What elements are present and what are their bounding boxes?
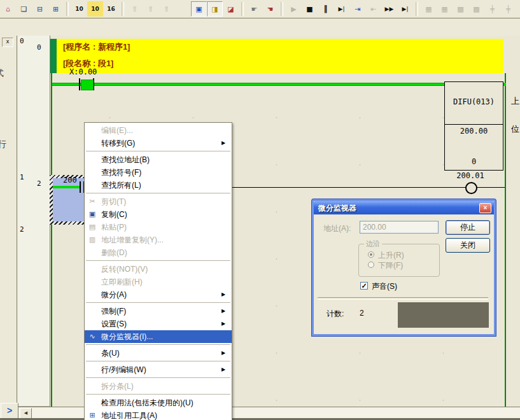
menu-separator (86, 361, 230, 361)
instruction-operand: 200.00 (445, 127, 503, 136)
toolbar-separator (281, 2, 283, 16)
menu-separator (86, 344, 230, 345)
step-out-icon: ⇤ (365, 1, 381, 17)
selected-contact-label: 200 (63, 176, 77, 185)
stop-icon[interactable]: ■ (302, 1, 318, 17)
close-button[interactable]: 关闭 (446, 238, 490, 253)
menu-item-label: 反转(NOT)(V) (100, 263, 221, 276)
menu-item-label: 强制(F) (100, 305, 221, 318)
menu-item-check-usage[interactable]: 检查用法(包括未使用的)(U) (85, 396, 232, 409)
menu-item-find-bit-address[interactable]: 查找位地址(B) (85, 153, 232, 166)
count-indicator-box (398, 302, 489, 328)
stop-icon-glyph: ■ (306, 6, 313, 13)
menu-item-edit: 编辑(E)... (85, 124, 232, 137)
program-comment-banner[interactable]: [程序名 : 新程序1] [段名称 : 段1] (57, 39, 503, 73)
cx-programmer-window: 卌▤≣SMACI➤⊣⊢⊣⁄⊢⊣↑⊢⊣↓⊢|—○⊘⊟⊞◫⌐×ϟ◆▦✎⊠⊡⊟≡HH▣… (0, 0, 520, 420)
falling-radio-button (368, 262, 374, 268)
menu-item-go-to[interactable]: 转移到(G)▶ (85, 137, 232, 150)
pause-monitoring-icon[interactable]: ◨ (207, 1, 223, 17)
menu-separator (86, 302, 230, 303)
styles-icon[interactable]: ⌂ (0, 1, 16, 17)
menu-item-label: 剪切(T) (100, 195, 221, 208)
page-setup-icon[interactable]: ❏ (16, 1, 32, 17)
menu-item-split-rung: 拆分条(L) (85, 380, 232, 393)
submenu-arrow-icon: ▶ (221, 363, 232, 376)
monitor-signed-decimal-icon[interactable]: 10 (87, 1, 103, 17)
menu-item-copy[interactable]: ▣复制(C) (85, 208, 232, 221)
force-release-hand-icon[interactable]: ☚ (262, 1, 278, 17)
differential-tool-icon-2: ╪ (500, 1, 516, 17)
panel-close-button[interactable]: x (2, 38, 13, 47)
force-set-hand-icon-glyph: ☛ (251, 6, 258, 13)
network-tool-icon-4: ▩ (468, 1, 484, 17)
menu-item-label: 转移到(G) (100, 137, 221, 150)
menu-item-address-reference-tool[interactable]: ⊞地址引用工具(A) (85, 409, 232, 420)
stop-button[interactable]: 停止 (446, 220, 490, 235)
menu-item-label: 查找位地址(B) (100, 153, 221, 166)
toolbar-row-2: ⌂❏⊟⊞101016⇧⇧⇧▣◨◪☛☚▶■‖▶|⇥⇤▶▶▶|▦▦▩▩╪╪╪╪╪ (0, 0, 520, 18)
step-into-icon[interactable]: ⇥ (349, 1, 365, 17)
step-run-icon[interactable]: ▶| (334, 1, 349, 17)
scan-run-icon[interactable]: ▶| (397, 1, 413, 17)
pause-icon[interactable]: ‖ (318, 1, 334, 17)
submenu-arrow-icon: ▶ (221, 288, 232, 301)
menu-separator (86, 151, 230, 151)
scroll-left-button[interactable]: ◀ (20, 408, 32, 419)
contact-bar (80, 181, 81, 193)
count-label: 计数: (327, 309, 344, 319)
menu-item-find-all[interactable]: 查找所有(L) (85, 179, 232, 192)
rung-comment-fragment: 上 (511, 95, 519, 107)
menu-item-label: 设置(S) (100, 318, 221, 330)
instruction-extra-value: 0 (445, 157, 503, 166)
menu-item-label: 微分监视器(I)... (100, 330, 221, 343)
menu-item-force[interactable]: 强制(F)▶ (85, 305, 232, 318)
rising-radio-label: 上升(R) (378, 250, 404, 261)
force-set-hand-icon[interactable]: ☛ (246, 1, 262, 17)
monitor-decimal-icon[interactable]: 10 (71, 1, 87, 17)
dialog-separator (318, 297, 488, 300)
menu-item-row-column-edit[interactable]: 行/列编辑(W)▶ (85, 363, 232, 376)
left-power-rail (51, 73, 52, 407)
network-tool-icon-1: ▦ (421, 1, 437, 17)
output-window-icon[interactable]: ⊟ (32, 1, 48, 17)
edge-group-box: 边沿 上升(R) 下降(F) (358, 244, 440, 277)
rung-number: 0 (20, 37, 24, 45)
force-cancel-all-icon-glyph: ⇧ (164, 6, 169, 13)
continuous-step-icon-glyph: ▶▶ (385, 6, 394, 12)
menu-item-delete: 删除(D) (85, 246, 232, 259)
rung1-power-flow-line (53, 186, 80, 188)
menu-item-differentiate[interactable]: 微分(A)▶ (85, 288, 232, 301)
step-run-icon-glyph: ▶| (339, 6, 345, 12)
styles-icon-glyph: ⌂ (6, 6, 10, 13)
toolbar-separator (122, 2, 124, 16)
contact-x000[interactable] (81, 80, 94, 90)
monitor-mode-icon[interactable]: ▣ (191, 1, 207, 17)
menu-item-rung[interactable]: 条(U)▶ (85, 347, 232, 360)
rung-number-cell[interactable]: 1 2 (18, 172, 50, 225)
menu-item-differential-monitor[interactable]: ∿微分监视器(I)... (85, 330, 232, 343)
menu-item-label: 微分(A) (100, 288, 221, 301)
dialog-close-icon[interactable]: × (479, 203, 491, 213)
stop-monitoring-icon-glyph: ◪ (227, 6, 234, 13)
monitor-hex-icon-glyph: 16 (107, 6, 115, 12)
differential-tool-icon-1: ╪ (484, 1, 500, 17)
docked-panel-edge: x 式 行 (0, 36, 17, 403)
menu-item-label: 复制(C) (100, 208, 221, 221)
watch-sheet-icon[interactable]: ⊞ (48, 1, 64, 17)
output-coil-20001[interactable] (465, 182, 477, 194)
stop-monitoring-icon[interactable]: ◪ (223, 1, 239, 17)
right-power-rail (505, 73, 506, 407)
watch-sheet-icon-glyph: ⊞ (53, 6, 59, 13)
monitor-hex-icon[interactable]: 16 (103, 1, 119, 17)
menu-item-label: 编辑(E)... (100, 124, 221, 137)
address-increment-copy-icon: ▥ (85, 234, 100, 246)
rung-number-cell[interactable]: 0 0 (18, 36, 50, 172)
menu-item-set[interactable]: 设置(S)▶ (85, 318, 232, 330)
panel-expand-button[interactable]: > (1, 403, 18, 420)
sound-checkbox[interactable]: ✓ (360, 282, 368, 290)
difu-instruction-block[interactable]: DIFU(013) 200.00 0 (444, 81, 503, 171)
rung-number-cell[interactable]: 2 (18, 224, 50, 407)
dialog-titlebar[interactable]: 微分监视器 × (314, 201, 494, 214)
continuous-step-icon[interactable]: ▶▶ (381, 1, 397, 17)
menu-item-find-symbol[interactable]: 查找符号(F) (85, 166, 232, 179)
